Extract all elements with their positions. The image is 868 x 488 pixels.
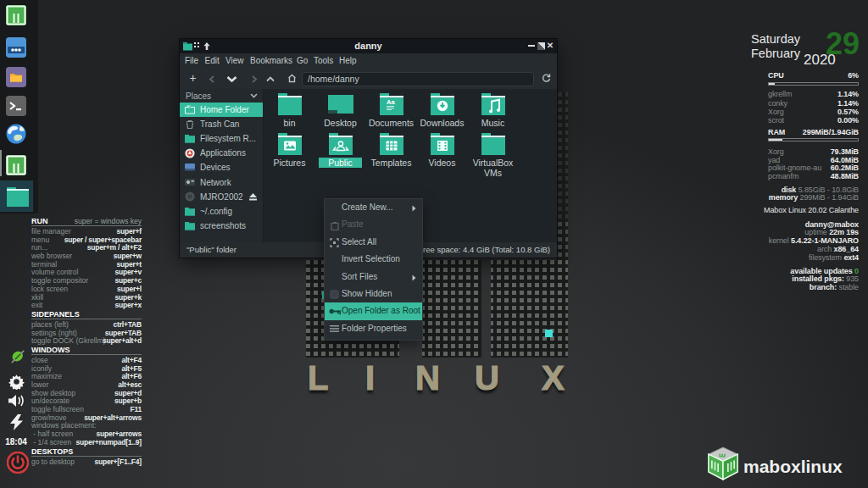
svg-text:Aa: Aa	[387, 98, 395, 106]
